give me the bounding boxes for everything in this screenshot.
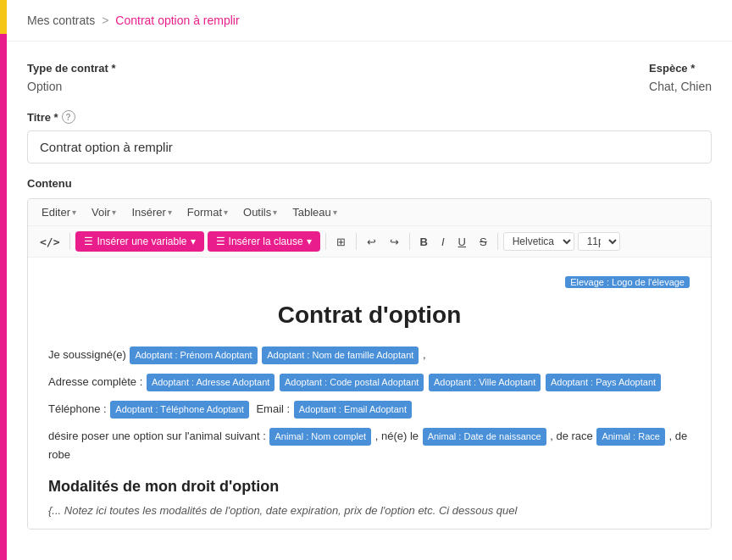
elevage-badge: Elevage : Logo de l'élevage: [565, 276, 690, 288]
paragraph4-middle2: , de race: [550, 430, 593, 442]
content-label: Contenu: [27, 177, 712, 190]
species-group: Espèce * Chat, Chien: [649, 62, 712, 93]
editor-wrapper: Editer ▾ Voir ▾ Insérer ▾ Format ▾: [27, 198, 712, 530]
contract-type-label: Type de contrat *: [27, 62, 116, 75]
font-family-select[interactable]: Helvetica: [503, 232, 574, 251]
species-value: Chat, Chien: [649, 80, 712, 93]
toolbar-sep-1: [69, 233, 70, 250]
title-input[interactable]: [27, 130, 712, 164]
menu-editer[interactable]: Editer ▾: [35, 202, 83, 222]
editer-chevron: ▾: [72, 208, 76, 217]
insert-clause-chevron: ▾: [307, 236, 312, 247]
section-text: {... Notez ici toutes les modalités de l…: [48, 504, 690, 517]
paragraph-1: Je soussigné(e) Adoptant : Prénom Adopta…: [48, 346, 690, 364]
undo-button[interactable]: ↩: [362, 232, 381, 252]
editor-content[interactable]: Elevage : Logo de l'élevage Contrat d'op…: [28, 258, 711, 529]
breadcrumb-current: Contrat option à remplir: [115, 14, 239, 27]
tag-email: Adoptant : Email Adoptant: [294, 401, 412, 419]
bold-button[interactable]: B: [415, 232, 433, 252]
menu-voir[interactable]: Voir ▾: [85, 202, 123, 222]
form-row-contract: Type de contrat * Option Espèce * Chat, …: [27, 62, 712, 93]
voir-chevron: ▾: [112, 208, 116, 217]
redo-button[interactable]: ↪: [385, 232, 404, 252]
contract-type-value: Option: [27, 80, 116, 93]
paragraph-2: Adresse complète : Adoptant : Adresse Ad…: [48, 373, 690, 391]
tag-date-naissance: Animal : Date de naissance: [423, 428, 546, 446]
editor-content-wrapper: Elevage : Logo de l'élevage Contrat d'op…: [28, 258, 711, 529]
tag-ville: Adoptant : Ville Adoptant: [429, 374, 541, 391]
contract-type-group: Type de contrat * Option: [27, 62, 116, 93]
title-label: Titre * ?: [27, 110, 712, 124]
tableau-chevron: ▾: [333, 208, 337, 217]
toolbar-sep-2: [325, 233, 326, 250]
menu-inserer[interactable]: Insérer ▾: [125, 202, 178, 222]
format-chevron: ▾: [224, 208, 228, 217]
tag-telephone: Adoptant : Téléphone Adoptant: [110, 401, 248, 419]
paragraph-3: Téléphone : Adoptant : Téléphone Adoptan…: [48, 400, 690, 419]
code-view-button[interactable]: </>: [35, 232, 64, 252]
outils-chevron: ▾: [273, 208, 277, 217]
breadcrumb: Mes contrats > Contrat option à remplir: [7, 0, 732, 42]
italic-button[interactable]: I: [436, 232, 450, 252]
title-help-icon[interactable]: ?: [62, 110, 75, 124]
insert-variable-label: Insérer une variable: [97, 236, 186, 247]
paragraph4-middle1: , né(e) le: [375, 430, 419, 442]
title-section: Titre * ?: [27, 110, 712, 164]
tag-adresse: Adoptant : Adresse Adoptant: [147, 374, 274, 391]
paragraph2-prefix: Adresse complète :: [48, 375, 142, 388]
underline-button[interactable]: U: [453, 232, 471, 252]
menu-bar: Editer ▾ Voir ▾ Insérer ▾ Format ▾: [28, 199, 711, 226]
inserer-chevron: ▾: [168, 208, 172, 217]
insert-clause-label: Insérer la clause: [229, 236, 303, 247]
toolbar-sep-4: [409, 233, 410, 250]
menu-outils[interactable]: Outils ▾: [236, 202, 284, 222]
paragraph4-prefix: désire poser une option sur l'animal sui…: [48, 430, 266, 442]
toolbar-sep-5: [497, 233, 498, 250]
elevage-badge-wrapper: Elevage : Logo de l'élevage: [48, 274, 690, 288]
paragraph3-prefix: Téléphone :: [48, 402, 107, 415]
paragraph-4: désire poser une option sur l'animal sui…: [48, 427, 690, 464]
left-strip-top: [0, 0, 7, 34]
insert-variable-button[interactable]: ☰ Insérer une variable ▾: [75, 231, 203, 252]
paragraph3-middle: Email :: [256, 402, 290, 415]
tag-codepostal: Adoptant : Code postal Adoptant: [280, 374, 424, 391]
toolbar-sep-3: [356, 233, 357, 250]
breadcrumb-link[interactable]: Mes contrats: [27, 14, 95, 27]
insert-variable-chevron: ▾: [191, 236, 196, 247]
insert-clause-button[interactable]: ☰ Insérer la clause ▾: [208, 231, 320, 252]
content-section: Contenu Editer ▾ Voir ▾ Insérer ▾: [7, 177, 732, 550]
font-size-select[interactable]: 11pt: [578, 232, 620, 251]
paragraph1-suffix: ,: [423, 348, 426, 361]
tag-race: Animal : Race: [596, 428, 664, 446]
menu-format[interactable]: Format ▾: [180, 202, 235, 222]
insert-clause-icon: ☰: [216, 236, 225, 247]
tag-nom-complet: Animal : Nom complet: [269, 428, 371, 446]
paragraph1-prefix: Je soussigné(e): [48, 348, 126, 361]
toolbar: </> ☰ Insérer une variable ▾ ☰ Insérer l…: [28, 226, 711, 258]
tag-pays: Adoptant : Pays Adoptant: [546, 374, 661, 391]
tag-prenom-adoptant: Adoptant : Prénom Adoptant: [130, 347, 257, 364]
section-title: Modalités de mon droit d'option: [48, 478, 690, 496]
form-section: Type de contrat * Option Espèce * Chat, …: [7, 42, 732, 164]
breadcrumb-separator: >: [102, 14, 108, 27]
menu-tableau[interactable]: Tableau ▾: [286, 202, 344, 222]
strikethrough-button[interactable]: S: [474, 232, 492, 252]
doc-title: Contrat d'option: [48, 302, 690, 329]
table-button[interactable]: ⊞: [331, 232, 351, 252]
species-label: Espèce *: [649, 62, 712, 75]
left-strip: [0, 0, 7, 560]
tag-nom-adoptant: Adoptant : Nom de famille Adoptant: [262, 347, 419, 364]
insert-variable-icon: ☰: [84, 236, 93, 247]
